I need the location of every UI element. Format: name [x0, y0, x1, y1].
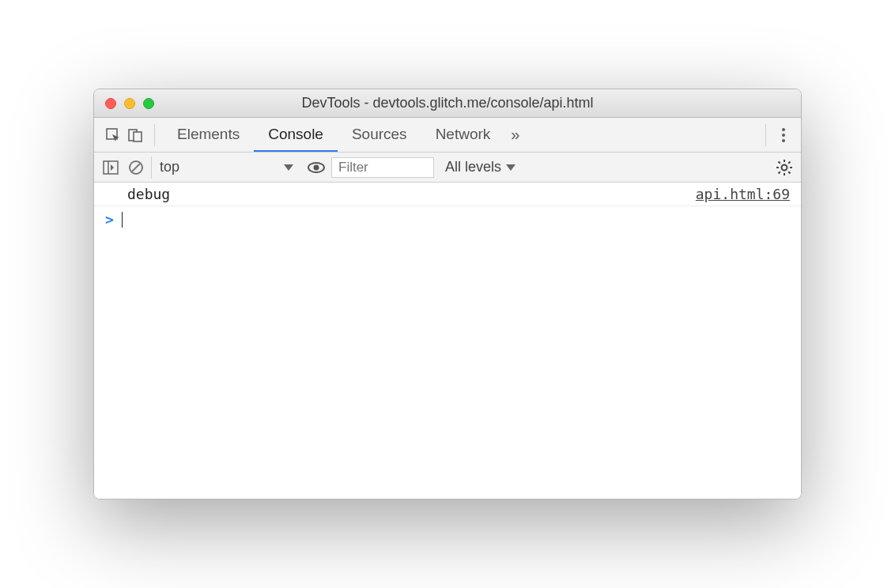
chevron-down-icon [284, 164, 293, 171]
minimize-window-button[interactable] [124, 98, 135, 109]
svg-line-17 [788, 161, 790, 163]
traffic-lights [105, 98, 154, 109]
filter-input[interactable] [331, 157, 434, 178]
console-output: debug api.html:69 > [94, 183, 801, 499]
tab-sources[interactable]: Sources [338, 118, 421, 152]
console-settings-icon[interactable] [774, 157, 795, 178]
log-levels-select[interactable]: All levels [439, 159, 522, 175]
devtools-tabbar: Elements Console Sources Network » [94, 118, 801, 153]
svg-line-14 [779, 161, 780, 163]
divider [154, 124, 155, 146]
svg-rect-2 [134, 132, 142, 141]
svg-line-15 [788, 172, 790, 173]
console-message-row: debug api.html:69 [94, 183, 801, 206]
svg-line-6 [132, 164, 140, 172]
devtools-window: DevTools - devtools.glitch.me/console/ap… [93, 89, 802, 499]
zoom-window-button[interactable] [143, 98, 154, 109]
tab-elements[interactable]: Elements [163, 118, 254, 152]
inspect-element-icon[interactable] [102, 124, 124, 146]
levels-label: All levels [445, 159, 501, 175]
console-message-text: debug [127, 186, 170, 202]
execution-context-select[interactable]: top [151, 156, 301, 179]
tab-network[interactable]: Network [421, 118, 505, 152]
console-message-source[interactable]: api.html:69 [696, 186, 790, 202]
close-window-button[interactable] [105, 98, 116, 109]
clear-console-icon[interactable] [126, 157, 146, 178]
prompt-caret-icon: > [105, 211, 114, 228]
text-cursor [122, 212, 123, 228]
svg-point-9 [782, 164, 787, 170]
more-tabs-icon[interactable]: » [504, 126, 526, 144]
tab-console[interactable]: Console [254, 118, 338, 152]
panel-tabs: Elements Console Sources Network [163, 118, 504, 152]
window-title: DevTools - devtools.glitch.me/console/ap… [94, 95, 801, 111]
device-toolbar-icon[interactable] [124, 124, 146, 146]
live-expression-icon[interactable] [306, 157, 327, 178]
context-label: top [160, 159, 179, 175]
svg-line-16 [779, 172, 780, 173]
svg-point-8 [314, 164, 319, 170]
chevron-down-icon [506, 164, 515, 171]
divider [765, 124, 766, 146]
toggle-sidebar-icon[interactable] [100, 157, 121, 178]
console-prompt[interactable]: > [94, 206, 801, 232]
settings-menu-icon[interactable] [774, 128, 793, 142]
titlebar: DevTools - devtools.glitch.me/console/ap… [94, 89, 801, 118]
console-toolbar: top All levels [94, 153, 801, 183]
